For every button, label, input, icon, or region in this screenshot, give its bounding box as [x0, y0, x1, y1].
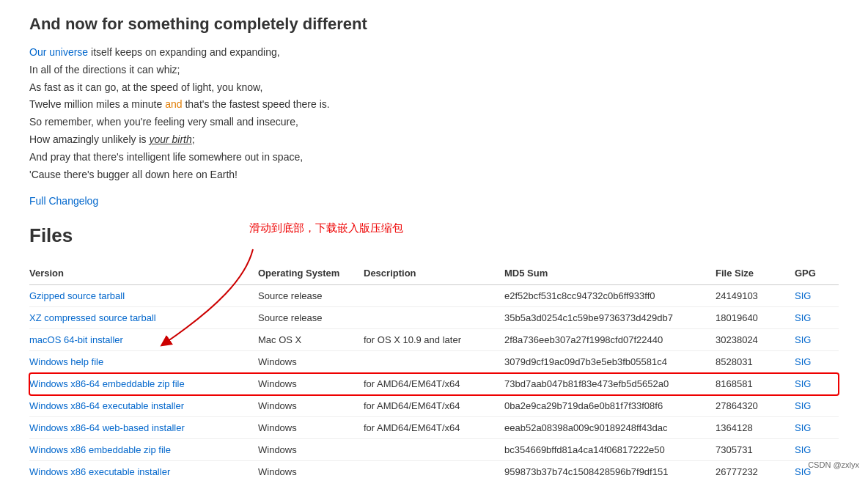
- col-header-os: Operating System: [258, 262, 364, 285]
- watermark: CSDN @zxlyx: [808, 460, 859, 469]
- col-header-md5: MD5 Sum: [504, 262, 716, 285]
- md5-cell: 35b5a3d0254c1c59be9736373d429db7: [504, 307, 716, 329]
- col-header-desc: Description: [364, 262, 504, 285]
- size-cell: 1364128: [716, 417, 795, 439]
- table-row: Windows x86-64 executable installerWindo…: [29, 395, 839, 417]
- os-cell: Windows: [258, 373, 364, 395]
- version-link[interactable]: Windows x86-64 executable installer: [29, 400, 184, 411]
- size-cell: 26777232: [716, 461, 795, 478]
- desc-cell: for AMD64/EM64T/x64: [364, 417, 504, 439]
- version-link[interactable]: Windows x86-64 embeddable zip file: [29, 378, 185, 389]
- version-link[interactable]: macOS 64-bit installer: [29, 334, 123, 345]
- full-changelog-link[interactable]: Full Changelog: [29, 195, 98, 207]
- os-cell: Mac OS X: [258, 329, 364, 351]
- sig-link[interactable]: SIG: [795, 334, 811, 345]
- os-cell: Windows: [258, 439, 364, 461]
- md5-cell: bc354669bffd81a4ca14f06817222e50: [504, 439, 716, 461]
- os-cell: Windows: [258, 461, 364, 478]
- desc-cell: for AMD64/EM64T/x64: [364, 373, 504, 395]
- sig-link[interactable]: SIG: [795, 378, 811, 389]
- desc-cell: [364, 351, 504, 373]
- desc-cell: for OS X 10.9 and later: [364, 329, 504, 351]
- version-link[interactable]: Gzipped source tarball: [29, 290, 125, 301]
- size-cell: 30238024: [716, 329, 795, 351]
- your-birth-highlight: your birth: [149, 133, 191, 145]
- version-link[interactable]: Windows x86 embeddable zip file: [29, 444, 171, 455]
- os-cell: Windows: [258, 417, 364, 439]
- universe-link[interactable]: Our universe: [29, 46, 88, 58]
- files-section: Files 滑动到底部，下载嵌入版压缩包 Version Operating S…: [29, 224, 839, 478]
- table-row: macOS 64-bit installerMac OS Xfor OS X 1…: [29, 329, 839, 351]
- table-row: Windows x86-64 web-based installerWindow…: [29, 417, 839, 439]
- col-header-gpg: GPG: [795, 262, 839, 285]
- version-link[interactable]: Windows x86 executable installer: [29, 466, 170, 477]
- md5-cell: 959873b37b74c1508428596b7f9df151: [504, 461, 716, 478]
- size-cell: 27864320: [716, 395, 795, 417]
- version-link[interactable]: Windows help file: [29, 356, 103, 367]
- poem-block: Our universe itself keeps on expanding a…: [29, 44, 839, 183]
- table-row: XZ compressed source tarballSource relea…: [29, 307, 839, 329]
- version-link[interactable]: XZ compressed source tarball: [29, 312, 156, 323]
- and-highlight: and: [165, 98, 182, 110]
- desc-cell: [364, 285, 504, 307]
- table-row: Windows x86 embeddable zip fileWindowsbc…: [29, 439, 839, 461]
- md5-cell: 3079d9cf19ac09d7b3e5eb3fb05581c4: [504, 351, 716, 373]
- col-header-version: Version: [29, 262, 258, 285]
- desc-cell: [364, 307, 504, 329]
- md5-cell: 73bd7aab047b81f83e473efb5d5652a0: [504, 373, 716, 395]
- sig-link[interactable]: SIG: [795, 290, 811, 301]
- annotation-text: 滑动到底部，下载嵌入版压缩包: [249, 221, 403, 235]
- desc-cell: [364, 461, 504, 478]
- os-cell: Windows: [258, 395, 364, 417]
- version-link[interactable]: Windows x86-64 web-based installer: [29, 422, 185, 433]
- files-table: Version Operating System Description MD5…: [29, 262, 839, 478]
- md5-cell: 0ba2e9ca29b719da6e0b81f7f33f08f6: [504, 395, 716, 417]
- files-title: Files: [29, 224, 839, 247]
- md5-cell: 2f8a736eeb307a27f1998cfd07f22440: [504, 329, 716, 351]
- sig-link[interactable]: SIG: [795, 444, 811, 455]
- table-row: Gzipped source tarballSource releasee2f5…: [29, 285, 839, 307]
- sig-link[interactable]: SIG: [795, 312, 811, 323]
- table-row: Windows x86 executable installerWindows9…: [29, 461, 839, 478]
- sig-link[interactable]: SIG: [795, 422, 811, 433]
- page-heading: And now for something completely differe…: [29, 15, 839, 34]
- desc-cell: for AMD64/EM64T/x64: [364, 395, 504, 417]
- table-row: Windows x86-64 embeddable zip fileWindow…: [29, 373, 839, 395]
- os-cell: Windows: [258, 351, 364, 373]
- size-cell: 8168581: [716, 373, 795, 395]
- os-cell: Source release: [258, 285, 364, 307]
- size-cell: 8528031: [716, 351, 795, 373]
- os-cell: Source release: [258, 307, 364, 329]
- size-cell: 24149103: [716, 285, 795, 307]
- sig-link[interactable]: SIG: [795, 400, 811, 411]
- md5-cell: eeab52a08398a009c90189248ff43dac: [504, 417, 716, 439]
- size-cell: 7305731: [716, 439, 795, 461]
- table-row: Windows help fileWindows3079d9cf19ac09d7…: [29, 351, 839, 373]
- size-cell: 18019640: [716, 307, 795, 329]
- md5-cell: e2f52bcf531c8cc94732c0b6ff933ff0: [504, 285, 716, 307]
- col-header-size: File Size: [716, 262, 795, 285]
- desc-cell: [364, 439, 504, 461]
- sig-link[interactable]: SIG: [795, 356, 811, 367]
